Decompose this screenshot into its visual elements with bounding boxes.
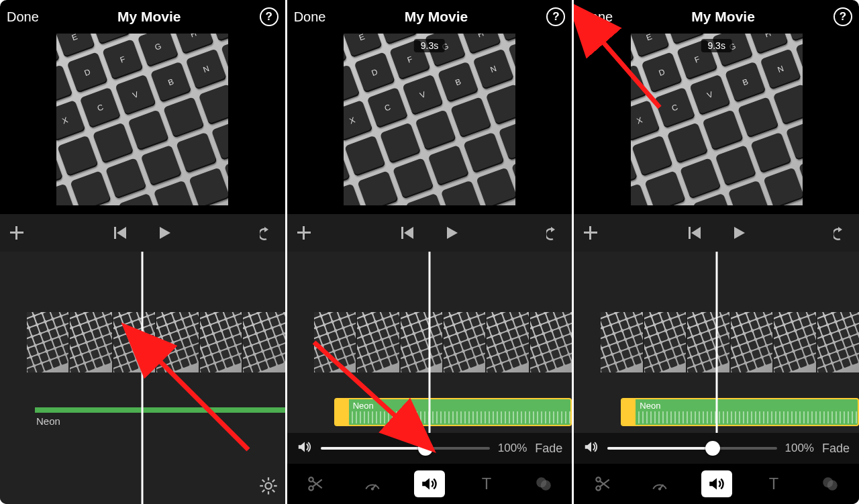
timeline-clip[interactable]	[357, 312, 399, 372]
fade-button[interactable]: Fade	[535, 442, 562, 456]
timeline-clip[interactable]	[113, 312, 155, 372]
timeline-clip[interactable]	[401, 312, 442, 372]
help-button[interactable]: ?	[833, 7, 852, 26]
timeline-clip[interactable]	[731, 312, 772, 372]
audio-track-label: Neon	[353, 401, 374, 411]
volume-slider[interactable]	[607, 447, 776, 450]
add-media-button[interactable]	[295, 224, 313, 242]
video-preview[interactable]: QWERTYUASDFGHJZXCVBNM	[56, 34, 228, 205]
clip-tools	[287, 464, 572, 504]
fade-button[interactable]: Fade	[822, 442, 850, 456]
top-bar: Done My Movie ?	[574, 0, 859, 34]
top-bar: Done My Movie ?	[0, 0, 285, 34]
skip-start-button[interactable]	[111, 224, 129, 242]
project-title: My Movie	[117, 9, 181, 25]
audio-track-label: Neon	[640, 401, 660, 411]
transport-bar	[0, 214, 285, 252]
timeline-clip[interactable]	[314, 312, 356, 372]
done-button[interactable]: Done	[294, 9, 326, 25]
timeline-clip[interactable]	[687, 312, 729, 372]
timeline-clip[interactable]	[487, 312, 528, 372]
split-tool[interactable]	[300, 470, 331, 497]
screenshot-panel: Done My Movie ? QWERTYUASDFGHJZXCVBNM 9.…	[287, 0, 572, 504]
timeline[interactable]: Neon	[0, 252, 285, 504]
volume-slider[interactable]	[321, 447, 490, 450]
timeline-clip[interactable]	[70, 312, 111, 372]
timeline[interactable]: Neon 100% Fade	[287, 252, 572, 504]
top-bar: Done My Movie ?	[287, 0, 572, 34]
speaker-icon	[583, 439, 599, 458]
done-button[interactable]: Done	[7, 9, 39, 25]
volume-tool[interactable]	[701, 470, 732, 497]
clip-duration-badge: 9.3s	[701, 39, 731, 52]
help-button[interactable]: ?	[260, 7, 279, 26]
audio-track-label: Neon	[36, 415, 60, 427]
timeline-clip[interactable]	[601, 312, 642, 372]
help-button[interactable]: ?	[546, 7, 565, 26]
timeline-clip[interactable]	[243, 312, 285, 372]
project-title: My Movie	[405, 9, 468, 25]
volume-slider-knob[interactable]	[705, 441, 720, 456]
speed-tool[interactable]	[357, 470, 388, 497]
project-settings-button[interactable]	[258, 476, 279, 499]
speed-tool[interactable]	[644, 470, 675, 497]
timeline-clip[interactable]	[774, 312, 815, 372]
undo-button[interactable]	[260, 224, 277, 242]
skip-start-button[interactable]	[399, 224, 416, 242]
transport-bar	[287, 214, 572, 252]
playhead[interactable]	[142, 252, 144, 504]
timeline-clip[interactable]	[644, 312, 686, 372]
split-tool[interactable]	[587, 470, 618, 497]
timeline-clip[interactable]	[27, 312, 68, 372]
transport-bar	[574, 214, 859, 252]
add-media-button[interactable]	[582, 224, 599, 242]
timeline-clip[interactable]	[444, 312, 485, 372]
timeline-clip[interactable]	[530, 312, 572, 372]
screenshot-panel: Done My Movie ? QWERTYUASDFGHJZXCVBNM 9.…	[574, 0, 859, 504]
project-title: My Movie	[691, 9, 755, 25]
play-button[interactable]	[443, 224, 460, 242]
video-preview[interactable]: QWERTYUASDFGHJZXCVBNM 9.3s	[631, 34, 803, 205]
play-button[interactable]	[156, 224, 173, 242]
clip-tools	[574, 464, 859, 504]
audio-track-selected[interactable]: Neon	[621, 398, 859, 426]
filters-tool[interactable]	[528, 470, 559, 497]
clip-duration-badge: 9.3s	[414, 39, 445, 52]
audio-track-selected[interactable]: Neon	[334, 398, 572, 426]
screenshot-panel: Done My Movie ? QWERTYUASDFGHJZXCVBNM	[0, 0, 285, 504]
volume-slider-knob[interactable]	[418, 441, 433, 456]
add-media-button[interactable]	[8, 224, 26, 242]
video-preview[interactable]: QWERTYUASDFGHJZXCVBNM 9.3s	[344, 34, 515, 205]
timeline[interactable]: Neon 100% Fade	[574, 252, 859, 504]
audio-track[interactable]	[35, 407, 285, 413]
titles-tool[interactable]	[471, 470, 502, 497]
timeline-clip[interactable]	[156, 312, 198, 372]
speaker-icon	[297, 439, 313, 458]
undo-button[interactable]	[833, 224, 851, 242]
timeline-clip[interactable]	[200, 312, 242, 372]
volume-tool[interactable]	[414, 470, 445, 497]
filters-tool[interactable]	[815, 470, 846, 497]
volume-value: 100%	[498, 442, 527, 455]
skip-start-button[interactable]	[686, 224, 703, 242]
volume-row: 100% Fade	[287, 433, 572, 464]
titles-tool[interactable]	[758, 470, 789, 497]
volume-row: 100% Fade	[574, 433, 859, 464]
done-button[interactable]: Done	[580, 9, 613, 25]
undo-button[interactable]	[546, 224, 564, 242]
play-button[interactable]	[730, 224, 748, 242]
volume-value: 100%	[785, 442, 814, 455]
timeline-clip[interactable]	[817, 312, 859, 372]
